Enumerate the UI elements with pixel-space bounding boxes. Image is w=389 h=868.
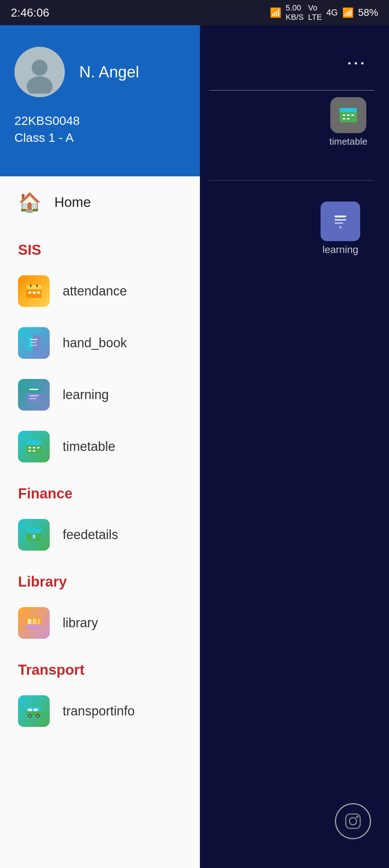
learning-label-right: learning <box>322 244 358 256</box>
svg-rect-6 <box>347 118 350 119</box>
svg-rect-19 <box>28 291 31 294</box>
network-speed: 5.00KB/S <box>286 3 304 22</box>
drawer-header: N. Angel 22KBS0048 Class 1 - A <box>0 25 200 176</box>
menu-item-attendance[interactable]: attendance <box>0 265 200 317</box>
library-label: library <box>63 615 98 630</box>
svg-rect-40 <box>33 450 35 452</box>
section-transport: Transport <box>0 649 200 685</box>
right-timetable-item[interactable]: timetable <box>330 97 368 147</box>
svg-rect-20 <box>33 291 36 294</box>
signal-bars-icon: 📶 <box>342 7 354 18</box>
status-bar: 2:46:06 📶 5.00KB/S VoLTE 4G 📶 58% <box>0 0 389 25</box>
svg-rect-2 <box>343 114 345 116</box>
learning-icon-right <box>321 202 360 241</box>
svg-rect-37 <box>33 447 35 448</box>
transportinfo-label: transportinfo <box>63 704 135 719</box>
right-divider-mid <box>209 180 375 181</box>
menu-item-handbook[interactable]: hand_book <box>0 317 200 369</box>
svg-point-15 <box>32 60 48 76</box>
learning-icon <box>18 379 50 411</box>
status-time: 2:46:06 <box>11 6 49 19</box>
timetable-label: timetable <box>63 439 115 454</box>
svg-rect-27 <box>30 342 36 343</box>
navigation-drawer: N. Angel 22KBS0048 Class 1 - A 🏠 Home SI… <box>0 25 200 868</box>
feedetails-icon: $ <box>18 519 50 551</box>
svg-rect-23 <box>36 284 38 287</box>
svg-rect-26 <box>30 339 38 340</box>
home-menu-item[interactable]: 🏠 Home <box>0 176 200 229</box>
timetable-label-right: timetable <box>330 136 368 147</box>
more-options-icon[interactable]: ⋮ <box>346 54 367 73</box>
attendance-label: attendance <box>63 284 127 299</box>
section-sis: SIS <box>0 229 200 265</box>
svg-rect-49 <box>38 619 40 624</box>
svg-rect-28 <box>30 345 37 346</box>
svg-rect-10 <box>335 222 343 224</box>
svg-rect-38 <box>37 447 40 448</box>
svg-rect-36 <box>28 447 31 448</box>
home-label: Home <box>54 195 91 210</box>
library-icon <box>18 607 50 639</box>
learning-label: learning <box>63 387 109 402</box>
section-finance: Finance <box>0 473 200 509</box>
svg-rect-22 <box>30 284 31 287</box>
svg-rect-57 <box>33 709 38 711</box>
app-container: ⋮ timetable <box>0 25 389 868</box>
menu-item-feedetails[interactable]: $ feedetails <box>0 509 200 561</box>
svg-rect-1 <box>340 108 357 112</box>
status-icons: 📶 5.00KB/S VoLTE 4G 📶 58% <box>270 3 378 22</box>
svg-rect-42 <box>26 529 41 533</box>
drawer-body: 🏠 Home SIS atten <box>0 176 200 868</box>
svg-rect-48 <box>33 619 36 624</box>
handbook-label: hand_book <box>63 335 127 351</box>
menu-item-library[interactable]: library <box>0 597 200 649</box>
attendance-icon <box>18 275 50 307</box>
home-icon: 🏠 <box>18 191 41 213</box>
instagram-icon[interactable] <box>335 803 371 839</box>
student-id: 22KBS0048 <box>14 114 185 128</box>
svg-rect-46 <box>26 625 41 629</box>
timetable-icon <box>18 431 50 462</box>
svg-rect-4 <box>351 114 354 116</box>
svg-point-13 <box>356 816 358 818</box>
feedetails-label: feedetails <box>63 527 118 542</box>
menu-item-transportinfo[interactable]: transportinfo <box>0 685 200 737</box>
svg-point-55 <box>37 715 39 717</box>
svg-rect-3 <box>347 114 350 116</box>
svg-rect-39 <box>28 450 31 452</box>
svg-text:$: $ <box>33 534 35 539</box>
svg-rect-9 <box>335 219 346 221</box>
right-peek-panel: ⋮ timetable <box>194 25 389 868</box>
profile-row: N. Angel <box>14 47 185 97</box>
user-name: N. Angel <box>79 63 139 81</box>
svg-rect-8 <box>335 216 346 217</box>
svg-rect-56 <box>28 709 32 711</box>
right-learning-item[interactable]: learning <box>321 202 360 256</box>
handbook-icon <box>18 327 50 359</box>
svg-rect-32 <box>29 395 39 396</box>
bluetooth-icon: 📶 <box>270 7 281 18</box>
avatar <box>14 47 65 97</box>
class-name: Class 1 - A <box>14 131 185 145</box>
svg-point-53 <box>29 715 31 717</box>
svg-point-12 <box>349 818 357 825</box>
battery-indicator: 58% <box>358 7 378 18</box>
svg-rect-33 <box>29 398 36 399</box>
right-divider-top <box>209 90 375 91</box>
menu-item-timetable[interactable]: timetable <box>0 421 200 473</box>
timetable-icon-right <box>330 97 366 133</box>
svg-rect-5 <box>343 118 345 119</box>
volte-icon: VoLTE <box>308 3 322 22</box>
transport-icon <box>18 695 50 727</box>
section-library: Library <box>0 561 200 597</box>
svg-rect-35 <box>26 440 41 445</box>
signal-4g-icon: 4G <box>326 8 338 18</box>
svg-rect-31 <box>29 389 39 390</box>
svg-rect-18 <box>26 285 41 289</box>
svg-rect-21 <box>37 291 40 294</box>
menu-item-learning[interactable]: learning <box>0 369 200 421</box>
svg-rect-47 <box>28 619 31 624</box>
